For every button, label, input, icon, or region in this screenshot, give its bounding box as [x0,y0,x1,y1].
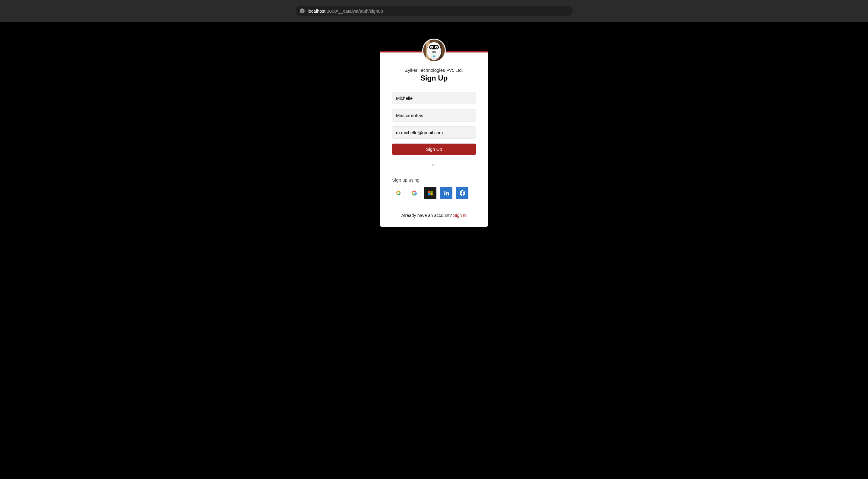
signup-button[interactable]: Sign Up [392,144,476,155]
svg-rect-17 [430,191,433,193]
svg-point-9 [436,47,437,48]
social-login-facebook[interactable] [456,187,468,199]
svg-rect-15 [397,192,399,194]
url-text: localhost:3000/__catalyst/auth/signup [308,8,383,13]
last-name-field[interactable] [392,109,476,122]
site-info-icon[interactable]: i [300,8,305,13]
facebook-icon [459,190,466,197]
signup-card-wrapper: Zylker Technologies Pvt. Ltd. Sign Up Si… [380,51,488,227]
svg-rect-18 [428,193,430,195]
microsoft-icon [427,190,433,196]
robot-avatar-icon [423,39,445,61]
social-login-row [392,187,476,199]
linkedin-icon [443,190,450,196]
avatar [422,39,446,62]
svg-point-8 [431,47,433,48]
svg-rect-19 [430,193,433,195]
url-bar[interactable]: i localhost:3000/__catalyst/auth/signup [296,6,572,16]
footer-prompt: Already have an account? [401,213,453,218]
url-path: :3000/__catalyst/auth/signup [326,8,383,13]
signup-card: Zylker Technologies Pvt. Ltd. Sign Up Si… [380,51,488,227]
footer-text: Already have an account? Sign In [392,213,476,218]
svg-rect-16 [428,191,430,193]
page-title: Sign Up [392,74,476,82]
first-name-field[interactable] [392,92,476,104]
or-divider: or [392,162,476,167]
card-body: Zylker Technologies Pvt. Ltd. Sign Up Si… [380,53,488,227]
url-host: localhost [308,8,326,13]
divider-text: or [432,162,436,167]
social-login-zoho[interactable] [392,187,404,199]
signin-link[interactable]: Sign In [453,213,467,218]
social-login-google[interactable] [408,187,421,199]
company-name: Zylker Technologies Pvt. Ltd. [392,67,476,73]
social-login-linkedin[interactable] [440,187,453,199]
zoho-icon [395,190,401,196]
email-field[interactable] [392,126,476,139]
browser-chrome: i localhost:3000/__catalyst/auth/signup [0,0,868,22]
social-login-label: Sign up using [392,177,476,182]
svg-rect-10 [432,52,436,53]
social-login-microsoft[interactable] [424,187,436,199]
google-icon [411,190,417,196]
svg-point-12 [433,56,435,57]
content-area: Zylker Technologies Pvt. Ltd. Sign Up Si… [0,22,868,227]
